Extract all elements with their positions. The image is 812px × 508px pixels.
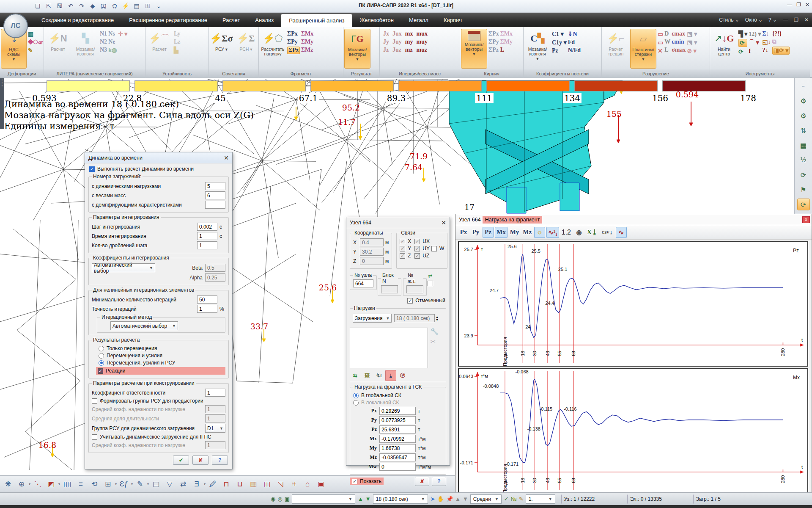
sum-my-button[interactable]: ΣMy bbox=[301, 39, 313, 45]
sum-mz-button[interactable]: ΣMz bbox=[301, 47, 313, 53]
scale-combo[interactable]: 1.▼ bbox=[526, 494, 555, 504]
arrow-tool-icon[interactable]: ✛ ▾ bbox=[118, 30, 127, 38]
refresh-green-icon[interactable]: ⟳ bbox=[797, 169, 810, 181]
restraint-w-checkbox[interactable] bbox=[431, 246, 437, 251]
alpha-input[interactable] bbox=[205, 273, 225, 282]
responsibility-coef-input[interactable] bbox=[205, 389, 225, 397]
mosaic-palette-icon[interactable]: ▦ bbox=[797, 139, 810, 151]
l-button[interactable]: L bbox=[664, 47, 670, 53]
update-package-icon[interactable]: ◨⟳ ▾ bbox=[772, 47, 790, 55]
brick-sum-pz-button[interactable]: ΣPz bbox=[488, 47, 499, 53]
reactions-checkbox[interactable]: ✓ bbox=[98, 368, 103, 374]
form-rsu-groups-checkbox[interactable] bbox=[92, 398, 97, 404]
avg-load-safety-input[interactable] bbox=[205, 405, 225, 413]
scale-pencil-icon[interactable]: ✎ bbox=[519, 496, 524, 502]
global-cs-radio[interactable] bbox=[353, 393, 359, 398]
tab-6[interactable]: Металл bbox=[401, 13, 436, 27]
coord-z-input[interactable] bbox=[360, 257, 384, 265]
pencil-ruler-icon[interactable]: ✎ bbox=[28, 47, 43, 54]
show-load-row[interactable]: ✓ Показать bbox=[350, 478, 384, 485]
crack-width-1-icon[interactable]: ▭ bbox=[658, 30, 663, 38]
tab-p-circle[interactable]: Ⓟ bbox=[397, 370, 408, 381]
frame-solid-icon[interactable]: ▣ bbox=[315, 478, 327, 491]
red-nodes-icon[interactable]: ⋱ bbox=[31, 478, 44, 491]
close-icon[interactable]: x bbox=[802, 216, 810, 223]
down-grey-icon[interactable]: ▼ bbox=[463, 496, 468, 502]
load-mx-input[interactable] bbox=[379, 435, 416, 443]
restore-button-2[interactable]: ❐ bbox=[794, 17, 798, 23]
f-curve-button[interactable]: f bbox=[749, 48, 761, 55]
restore-button[interactable]: ❐ bbox=[796, 2, 801, 8]
grid-icon[interactable]: ⊞ bbox=[102, 478, 114, 491]
n-load-button[interactable]: ⇓N bbox=[568, 30, 581, 38]
eps-max-button[interactable]: εmax bbox=[672, 30, 686, 37]
ne-button[interactable]: Ne bbox=[108, 39, 117, 45]
bulb-icon[interactable]: ☼ bbox=[534, 227, 545, 238]
next-step-icon[interactable]: ▼ bbox=[365, 496, 371, 502]
frame-truss-icon[interactable]: ◹ bbox=[274, 478, 287, 491]
pz-bedding-button[interactable]: Pz bbox=[552, 47, 567, 54]
show-checkbox[interactable]: ✓ bbox=[352, 479, 357, 484]
mx-chart-button[interactable]: Mx bbox=[495, 227, 508, 238]
run-dynamics-checkbox[interactable]: ✓ bbox=[89, 166, 95, 172]
swap-nodes-icon[interactable]: ⇄ bbox=[428, 273, 432, 279]
result-mosaic-vectors-button[interactable]: ΓG Мозаика/ векторы▾ bbox=[344, 29, 370, 69]
element-function-icon[interactable]: Ɛƒ bbox=[118, 478, 130, 491]
up-grey-icon[interactable]: ▲ bbox=[455, 496, 461, 502]
erase-icon[interactable]: ✎ bbox=[134, 478, 146, 491]
c1y-button[interactable]: C1y ▾ bbox=[552, 39, 567, 46]
minimize-button[interactable]: — bbox=[787, 2, 792, 8]
mosaic-down-icon[interactable]: ◱↓ bbox=[763, 39, 771, 46]
restraint-uy-checkbox[interactable]: ✓ bbox=[414, 246, 420, 251]
frame-beam-icon[interactable]: ⊓ bbox=[220, 478, 233, 491]
mass-weights-input[interactable] bbox=[205, 191, 225, 199]
colorbar-pick-icon[interactable]: ▜ ▾ bbox=[738, 30, 747, 38]
juz-button[interactable]: Juz bbox=[392, 47, 402, 53]
delete-result-icon[interactable]: ⊘ ▾ bbox=[687, 47, 697, 55]
sort-order-icon[interactable]: ⇅ bbox=[797, 124, 810, 136]
menu-style[interactable]: Стиль ⌄ bbox=[719, 17, 739, 23]
integration-time-input[interactable] bbox=[197, 232, 217, 240]
mux-button[interactable]: mux bbox=[416, 30, 427, 37]
load-mw-input[interactable] bbox=[379, 463, 416, 471]
find-center-button[interactable]: ↗↓G Найти центр bbox=[711, 29, 737, 69]
sum-down-button[interactable]: Σ↓ bbox=[763, 30, 771, 37]
shear-max-icon[interactable]: ⬔ ▾ bbox=[687, 30, 697, 38]
jx-button[interactable]: Jx bbox=[383, 30, 389, 37]
mx-chart[interactable]: -0.0643-0.171Предыстория1830435569280т*м… bbox=[458, 368, 808, 494]
py-chart-button[interactable]: Py bbox=[470, 227, 481, 238]
delete-load-icon[interactable]: ✂ bbox=[431, 338, 439, 345]
loadcase-spinner[interactable]: ▲▼ bbox=[436, 315, 439, 321]
sum-pz-button[interactable]: ΣPz bbox=[287, 47, 300, 54]
curves-icon[interactable]: ∿ bbox=[616, 227, 627, 238]
iteration-method-combo[interactable]: Автоматический выбор▼ bbox=[110, 321, 178, 330]
scale-1-2-icon[interactable]: ½ bbox=[797, 154, 810, 166]
d-button[interactable]: D bbox=[664, 30, 670, 37]
min-iterations-input[interactable] bbox=[197, 295, 217, 304]
export-excel-icon[interactable]: X⭳ bbox=[586, 227, 599, 238]
loads-kind-combo[interactable]: Загружения▼ bbox=[353, 314, 392, 323]
brush-icon[interactable]: 🖉 bbox=[206, 478, 219, 491]
close-icon[interactable]: ✕ bbox=[441, 219, 446, 226]
tab-2[interactable]: Расчет bbox=[215, 13, 247, 27]
coord-x-input[interactable] bbox=[360, 238, 384, 246]
tab-7[interactable]: Кирпич bbox=[436, 13, 469, 27]
settings-pencil-2-icon[interactable]: ⚙ bbox=[797, 110, 810, 121]
frame-node-icon[interactable]: ⌗ bbox=[288, 478, 300, 491]
zoom-label[interactable]: 1.2 bbox=[560, 227, 572, 238]
two-charts-icon[interactable]: ∿²₁ bbox=[546, 227, 559, 238]
marked-checkbox[interactable]: ✓ bbox=[407, 298, 413, 304]
node-help-button[interactable]: ? bbox=[432, 477, 446, 486]
rsu-button[interactable]: ⚡Σσ РСУ ▾ bbox=[210, 29, 233, 69]
isolines-icon[interactable]: ≡ bbox=[74, 478, 87, 491]
tab-fragment-load[interactable]: ⤓ bbox=[385, 370, 396, 381]
my-chart-button[interactable]: My bbox=[509, 227, 521, 238]
apply-icon[interactable]: ✓ bbox=[504, 496, 509, 502]
no-crack-icon[interactable]: ✕ bbox=[658, 47, 663, 55]
dropdown-caret-icon[interactable]: ▾ bbox=[204, 482, 206, 486]
cursor-arrow-icon[interactable]: ➤ bbox=[431, 496, 435, 502]
jux-button[interactable]: Jux bbox=[392, 30, 402, 37]
tab-4[interactable]: Расширенный анализ bbox=[281, 14, 352, 27]
refresh-mosaic-icon[interactable]: ⟳ bbox=[738, 39, 747, 47]
sum-py-button[interactable]: ΣPy bbox=[287, 39, 300, 45]
